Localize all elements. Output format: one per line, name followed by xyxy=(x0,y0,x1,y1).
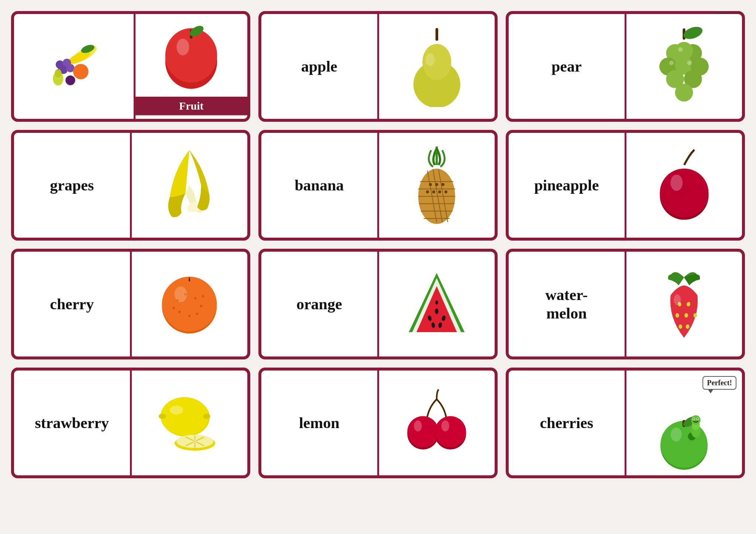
svg-point-74 xyxy=(435,300,438,304)
grapes-word-cell: grapes xyxy=(14,133,132,238)
banana-pineapple-card: banana xyxy=(258,130,498,241)
svg-point-22 xyxy=(682,26,704,41)
cherry-image-cell xyxy=(626,133,742,238)
svg-point-57 xyxy=(162,277,217,332)
svg-point-80 xyxy=(679,324,683,329)
cherry-label: cherry xyxy=(50,295,94,313)
svg-point-108 xyxy=(691,415,701,425)
lemon-cherries-card: lemon xyxy=(258,368,498,478)
grapes-icon xyxy=(653,26,715,107)
strawberry-image-cell xyxy=(626,252,742,356)
svg-point-112 xyxy=(697,418,698,419)
pear-icon xyxy=(408,26,466,107)
pear-label: pear xyxy=(551,57,582,76)
title-apple-image xyxy=(135,14,248,97)
grapes-image-cell xyxy=(626,14,742,119)
svg-point-96 xyxy=(414,421,422,432)
cherries-image-cell xyxy=(379,371,495,475)
grapes-banana-card: grapes xyxy=(11,130,250,241)
svg-point-50 xyxy=(432,190,435,193)
orange-watermelon-card: orange xyxy=(258,249,498,359)
banana-label: banana xyxy=(295,176,344,194)
lemon-icon xyxy=(158,393,221,452)
cherries-icon xyxy=(405,387,468,458)
svg-point-64 xyxy=(196,313,198,315)
svg-point-46 xyxy=(429,183,432,186)
pear-grapes-card: pear xyxy=(506,11,745,122)
orange-icon xyxy=(158,273,221,335)
title-domino: Fruit Domino 1 xyxy=(11,11,250,122)
orange-word-cell: orange xyxy=(261,252,379,356)
pineapple-icon xyxy=(413,145,461,226)
svg-point-84 xyxy=(161,397,209,435)
svg-point-66 xyxy=(202,295,204,297)
svg-point-99 xyxy=(441,421,449,432)
pineapple-image-cell xyxy=(379,133,495,238)
svg-point-63 xyxy=(188,315,190,317)
title-left xyxy=(14,14,135,119)
grapes-label: grapes xyxy=(50,176,94,194)
strawberry-word-cell: strawberry xyxy=(14,371,132,475)
banana-icon xyxy=(158,146,221,225)
svg-point-34 xyxy=(687,61,692,65)
svg-point-6 xyxy=(73,64,89,79)
svg-point-8 xyxy=(55,69,62,78)
svg-point-85 xyxy=(159,414,166,419)
svg-point-95 xyxy=(408,416,439,448)
svg-point-47 xyxy=(435,183,438,186)
strawberry-label: strawberry xyxy=(35,414,109,432)
svg-point-10 xyxy=(65,76,75,85)
worm-apple-image-cell: Perfect! xyxy=(626,371,742,475)
watermelon-image-cell xyxy=(379,252,495,356)
domino-grid: Fruit Domino 1 apple pear xyxy=(11,11,745,478)
cherry-word-cell: cherry xyxy=(14,252,132,356)
perfect-speech-bubble: Perfect! xyxy=(702,376,736,390)
apple-word-cell: apple xyxy=(261,14,379,119)
worm-apple-icon xyxy=(653,401,715,472)
cherries-worm-card: cherries Perfect! xyxy=(506,368,745,478)
banana-image-cell xyxy=(132,133,248,238)
svg-point-54 xyxy=(660,169,708,217)
svg-point-52 xyxy=(444,190,447,193)
svg-point-55 xyxy=(670,175,683,191)
apple-icon xyxy=(160,18,223,93)
single-cherry-icon xyxy=(654,145,715,226)
cherry-orange-card: cherry xyxy=(11,249,250,359)
svg-point-60 xyxy=(194,297,196,299)
lemon-word-cell: lemon xyxy=(261,371,379,475)
svg-point-49 xyxy=(426,190,429,193)
svg-point-48 xyxy=(441,183,444,186)
cherries-word-cell: cherries xyxy=(509,371,626,475)
orange-label: orange xyxy=(296,295,342,313)
svg-point-93 xyxy=(193,439,197,444)
svg-point-104 xyxy=(671,427,682,441)
watermelon-label: water- melon xyxy=(545,286,588,323)
pear-image-cell xyxy=(379,14,495,119)
strawberry-icon xyxy=(653,264,715,345)
lemon-label: lemon xyxy=(299,414,340,432)
svg-point-31 xyxy=(675,83,693,101)
apple-pear-card: apple xyxy=(258,11,498,122)
svg-rect-17 xyxy=(436,28,438,41)
svg-point-61 xyxy=(200,305,202,307)
svg-point-68 xyxy=(175,286,187,302)
svg-point-20 xyxy=(426,54,434,66)
svg-point-33 xyxy=(669,61,674,65)
svg-point-14 xyxy=(177,39,189,55)
pineapple-label: pineapple xyxy=(534,176,599,194)
arrow-icon: ——→ xyxy=(715,7,741,18)
lemon-image-cell xyxy=(132,371,248,475)
svg-point-101 xyxy=(661,421,708,468)
banana-word-cell: banana xyxy=(261,133,379,238)
svg-point-98 xyxy=(435,416,466,448)
pineapple-cherry-card: pineapple xyxy=(506,130,745,241)
svg-point-32 xyxy=(678,47,683,52)
apple-label: apple xyxy=(301,57,337,76)
svg-point-111 xyxy=(693,418,694,419)
svg-point-86 xyxy=(203,414,210,419)
svg-point-87 xyxy=(170,406,183,414)
svg-point-70 xyxy=(435,308,439,314)
watermelon-strawberry-card: water- melon xyxy=(506,249,745,359)
pear-word-cell: pear xyxy=(509,14,626,119)
domino-number: Domino 1 xyxy=(135,115,248,122)
